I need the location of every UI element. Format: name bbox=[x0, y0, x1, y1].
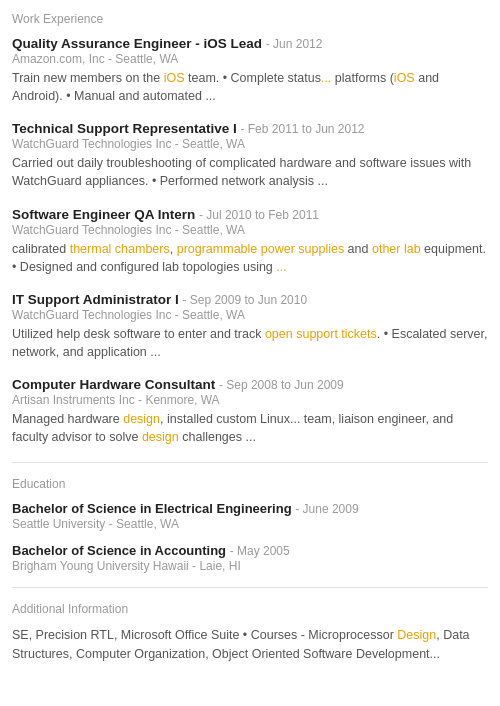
job-company: WatchGuard Technologies Inc - Seattle, W… bbox=[12, 223, 488, 237]
job-company: Artisan Instruments Inc - Kenmore, WA bbox=[12, 393, 488, 407]
job-company: Amazon.com, Inc - Seattle, WA bbox=[12, 52, 488, 66]
section-divider bbox=[12, 462, 488, 463]
job-title-line: Quality Assurance Engineer - iOS Lead - … bbox=[12, 36, 488, 51]
job-title: Technical Support Representative I bbox=[12, 121, 237, 136]
job-date: - Sep 2009 to Jun 2010 bbox=[182, 293, 307, 307]
work-experience-section: Work Experience Quality Assurance Engine… bbox=[12, 12, 488, 446]
job-title-line: IT Support Administrator I - Sep 2009 to… bbox=[12, 292, 488, 307]
highlight-text: ... bbox=[321, 71, 331, 85]
highlight-text: design bbox=[142, 430, 179, 444]
edu-entry: Bachelor of Science in Accounting - May … bbox=[12, 543, 488, 573]
job-entry: Software Engineer QA Intern - Jul 2010 t… bbox=[12, 207, 488, 276]
edu-entry: Bachelor of Science in Electrical Engine… bbox=[12, 501, 488, 531]
job-title: Computer Hardware Consultant bbox=[12, 377, 215, 392]
job-title-line: Computer Hardware Consultant - Sep 2008 … bbox=[12, 377, 488, 392]
edu-date: - May 2005 bbox=[230, 544, 290, 558]
education-section: Education Bachelor of Science in Electri… bbox=[12, 477, 488, 573]
edu-title-line: Bachelor of Science in Accounting - May … bbox=[12, 543, 488, 558]
highlight-text: programmable power supplies bbox=[177, 242, 344, 256]
job-description: Train new members on the iOS team. • Com… bbox=[12, 69, 488, 105]
job-date: - Jun 2012 bbox=[266, 37, 323, 51]
highlight-text: ... bbox=[276, 260, 286, 274]
edu-school: Seattle University - Seattle, WA bbox=[12, 517, 488, 531]
highlight-text: thermal chambers bbox=[70, 242, 170, 256]
job-date: - Jul 2010 to Feb 2011 bbox=[199, 208, 319, 222]
edu-degree-title: Bachelor of Science in Accounting bbox=[12, 543, 226, 558]
additional-info-section: Additional Information SE, Precision RTL… bbox=[12, 602, 488, 664]
job-title: Quality Assurance Engineer - iOS Lead bbox=[12, 36, 262, 51]
highlight-text: design bbox=[123, 412, 160, 426]
job-title: IT Support Administrator I bbox=[12, 292, 179, 307]
job-entry: Technical Support Representative I - Feb… bbox=[12, 121, 488, 190]
job-company: WatchGuard Technologies Inc - Seattle, W… bbox=[12, 308, 488, 322]
job-description: Carried out daily troubleshooting of com… bbox=[12, 154, 488, 190]
highlight-text: open support tickets bbox=[265, 327, 377, 341]
job-description: Utilized help desk software to enter and… bbox=[12, 325, 488, 361]
section-divider bbox=[12, 587, 488, 588]
edu-date: - June 2009 bbox=[295, 502, 358, 516]
job-entry: IT Support Administrator I - Sep 2009 to… bbox=[12, 292, 488, 361]
additional-description: SE, Precision RTL, Microsoft Office Suit… bbox=[12, 626, 488, 664]
edu-degree-title: Bachelor of Science in Electrical Engine… bbox=[12, 501, 292, 516]
job-date: - Sep 2008 to Jun 2009 bbox=[219, 378, 344, 392]
job-title-line: Technical Support Representative I - Feb… bbox=[12, 121, 488, 136]
additional-info-title: Additional Information bbox=[12, 602, 488, 616]
job-title-line: Software Engineer QA Intern - Jul 2010 t… bbox=[12, 207, 488, 222]
edu-title-line: Bachelor of Science in Electrical Engine… bbox=[12, 501, 488, 516]
highlight-text: other lab bbox=[372, 242, 421, 256]
work-experience-title: Work Experience bbox=[12, 12, 488, 26]
job-title: Software Engineer QA Intern bbox=[12, 207, 195, 222]
job-company: WatchGuard Technologies Inc - Seattle, W… bbox=[12, 137, 488, 151]
highlight-text: iOS bbox=[164, 71, 185, 85]
job-description: Managed hardware design, installed custo… bbox=[12, 410, 488, 446]
job-entry: Computer Hardware Consultant - Sep 2008 … bbox=[12, 377, 488, 446]
job-description: calibrated thermal chambers, programmabl… bbox=[12, 240, 488, 276]
highlight-text: iOS bbox=[394, 71, 415, 85]
education-title: Education bbox=[12, 477, 488, 491]
job-date: - Feb 2011 to Jun 2012 bbox=[240, 122, 364, 136]
highlight-text: Design bbox=[397, 628, 436, 642]
edu-school: Brigham Young University Hawaii - Laie, … bbox=[12, 559, 488, 573]
job-entry: Quality Assurance Engineer - iOS Lead - … bbox=[12, 36, 488, 105]
